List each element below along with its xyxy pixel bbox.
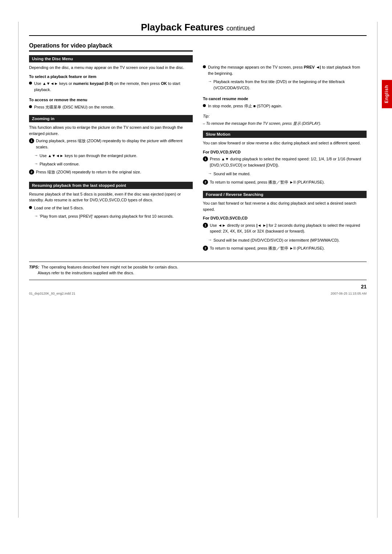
arrow-icon: → bbox=[34, 214, 38, 218]
left-column: Operations for video playback Using the … bbox=[29, 42, 193, 254]
operations-heading: Operations for video playback bbox=[29, 42, 193, 52]
select-feature-text: Use ▲▼◄► keys or numeric keypad (0-9) on… bbox=[34, 81, 193, 93]
zoom-step1: 1 During playback, press 缩放 (ZOOM) repea… bbox=[29, 138, 193, 151]
slow-motion-header: Slow Motion bbox=[203, 131, 367, 138]
step-number: 1 bbox=[203, 156, 208, 161]
playback-restart-item: → Playback restarts from the first title… bbox=[208, 79, 367, 92]
tip-text: – To remove the message from the TV scre… bbox=[203, 121, 367, 127]
main-content: Operations for video playback Using the … bbox=[29, 42, 367, 254]
bullet-icon bbox=[29, 82, 32, 85]
zoom-arrow1: → Use ▲▼◄► keys to pan through the enlar… bbox=[34, 153, 193, 160]
dvd-step2-text: To return to normal speed, press 播放／暂停 ►… bbox=[210, 179, 325, 185]
arrow-icon: → bbox=[208, 171, 212, 176]
load-arrow-item: → 'Play from start, press [PREV]' appear… bbox=[34, 213, 193, 221]
dvd-step2: 2 To return to normal speed, press 播放／暂停… bbox=[203, 179, 367, 187]
arrow-icon: → bbox=[208, 79, 212, 83]
zoom-step1-text: During playback, press 缩放 (ZOOM) repeate… bbox=[36, 138, 193, 150]
cancel-resume-item: In stop mode, press 停止 ■ (STOP) again. bbox=[203, 103, 367, 111]
footer-file-info: 01_dvp3120K_93_eng2.indd 21 2007-06-25 1… bbox=[29, 292, 367, 295]
fwd-step1: 1 Use ◄► directly or press |◄ ►| for 2 s… bbox=[203, 222, 367, 236]
forward-search-header: Forward / Reverse Searching bbox=[203, 191, 367, 198]
zoom-step2: 2 Press 缩放 (ZOOM) repeatedly to return t… bbox=[29, 169, 193, 177]
file-left: 01_dvp3120K_93_eng2.indd 21 bbox=[29, 292, 75, 295]
fwd-step1-text: Use ◄► directly or press |◄ ►| for 2 sec… bbox=[210, 222, 367, 234]
access-menu-heading: To access or remove the menu bbox=[29, 97, 193, 103]
zooming-body: This function allows you to enlarge the … bbox=[29, 124, 193, 136]
page-number: 21 bbox=[29, 284, 367, 290]
select-feature-heading: To select a playback feature or item bbox=[29, 74, 193, 80]
step-number: 2 bbox=[203, 246, 208, 251]
arrow-icon: → bbox=[34, 153, 38, 157]
cancel-resume-text: In stop mode, press 停止 ■ (STOP) again. bbox=[208, 103, 282, 109]
forward-search-body: You can fast forward or fast reverse a d… bbox=[203, 200, 367, 212]
right-column: During the message appears on the TV scr… bbox=[203, 42, 367, 254]
right-margin-line bbox=[377, 22, 377, 518]
dvd-vcd-svcd-heading: For DVD,VCD,SVCD bbox=[203, 149, 367, 155]
dvd-arrow1: → Sound will be muted. bbox=[208, 171, 367, 178]
resume-header: Resuming playback from the last stopped … bbox=[29, 182, 193, 189]
load-arrow-text: 'Play from start, press [PREV]' appears … bbox=[40, 213, 173, 219]
load-text: Load one of the last 5 discs. bbox=[34, 205, 84, 211]
arrow-icon: → bbox=[208, 238, 212, 242]
tip-label: Tip: bbox=[203, 113, 367, 119]
step-number: 1 bbox=[203, 223, 208, 228]
step-number: 2 bbox=[203, 180, 208, 185]
language-tab: English bbox=[382, 80, 392, 108]
file-right: 2007-06-25 11:15:05 AM bbox=[331, 292, 367, 295]
disc-menu-body: Depending on the disc, a menu may appear… bbox=[29, 65, 193, 71]
during-message-item: During the message appears on the TV scr… bbox=[203, 64, 367, 78]
bullet-icon bbox=[203, 104, 206, 107]
select-feature-item: Use ▲▼◄► keys or numeric keypad (0-9) on… bbox=[29, 81, 193, 94]
bullet-icon bbox=[29, 105, 32, 108]
bullet-icon bbox=[29, 206, 32, 209]
fwd-step2: 2 To return to normal speed, press 播放／暂停… bbox=[203, 245, 367, 253]
tips-text: TIPS: The operating features described h… bbox=[29, 264, 367, 276]
zoom-arrow2-text: Playback will continue. bbox=[40, 161, 80, 167]
zoom-arrow1-text: Use ▲▼◄► keys to pan through the enlarge… bbox=[40, 153, 137, 159]
access-menu-text: Press 光碟菜单 (DISC MENU) on the remote. bbox=[34, 104, 114, 110]
step-number: 2 bbox=[29, 169, 34, 175]
page: English Playback Features continued Oper… bbox=[0, 0, 392, 554]
resume-body: Resume playback of the last 5 discs is p… bbox=[29, 191, 193, 203]
slow-motion-body: You can slow forward or slow reverse a d… bbox=[203, 140, 367, 146]
fwd-arrow1-text: Sound will be muted (DVD/VCD/SVCD) or in… bbox=[213, 237, 340, 243]
during-message-text: During the message appears on the TV scr… bbox=[208, 64, 367, 76]
bullet-icon bbox=[203, 65, 206, 68]
dvd-step1-text: Press ▲▼ during playback to select the r… bbox=[210, 156, 367, 168]
page-title: Playback Features continued bbox=[29, 22, 367, 36]
step-number: 1 bbox=[29, 138, 34, 143]
cancel-resume-heading: To cancel resume mode bbox=[203, 96, 367, 102]
zoom-step2-text: Press 缩放 (ZOOM) repeatedly to return to … bbox=[36, 169, 141, 175]
zoom-arrow2: → Playback will continue. bbox=[34, 161, 193, 169]
footer-tips: TIPS: The operating features described h… bbox=[29, 262, 367, 280]
load-bullet-item: Load one of the last 5 discs. bbox=[29, 205, 193, 213]
playback-restart-text: Playback restarts from the first title (… bbox=[213, 79, 367, 91]
left-margin-line bbox=[18, 22, 19, 518]
dvdcd-heading: For DVD,VCD,SVCD,CD bbox=[203, 215, 367, 221]
arrow-icon: → bbox=[34, 161, 38, 166]
fwd-arrow1: → Sound will be muted (DVD/VCD/SVCD) or … bbox=[208, 237, 367, 245]
zooming-header: Zooming in bbox=[29, 115, 193, 122]
disc-menu-header: Using the Disc Menu bbox=[29, 55, 193, 62]
fwd-step2-text: To return to normal speed, press 播放／暂停 ►… bbox=[210, 245, 325, 251]
dvd-step1: 1 Press ▲▼ during playback to select the… bbox=[203, 156, 367, 169]
dvd-arrow1-text: Sound will be muted. bbox=[213, 171, 250, 177]
access-menu-item: Press 光碟菜单 (DISC MENU) on the remote. bbox=[29, 104, 193, 112]
